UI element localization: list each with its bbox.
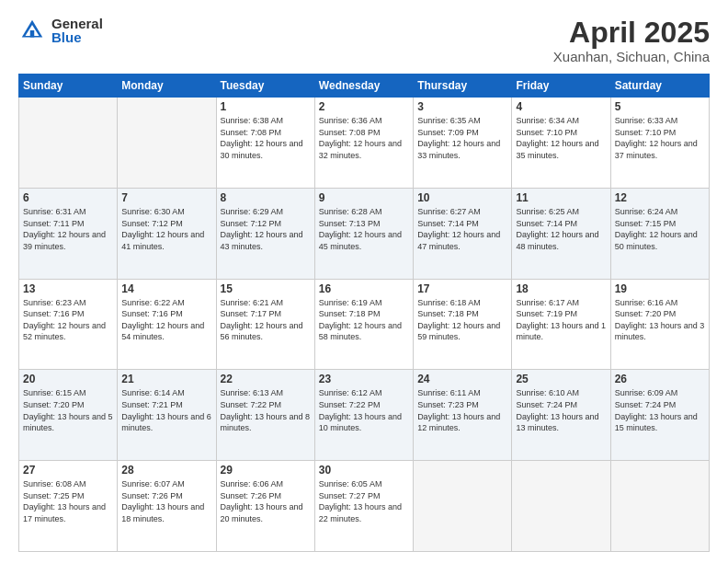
header-wednesday: Wednesday [314,75,413,98]
week-row-4: 20Sunrise: 6:15 AM Sunset: 7:20 PM Dayli… [19,370,710,461]
calendar-cell: 1Sunrise: 6:38 AM Sunset: 7:08 PM Daylig… [216,98,314,189]
calendar-cell: 17Sunrise: 6:18 AM Sunset: 7:18 PM Dayli… [414,279,512,370]
day-number: 25 [516,373,606,385]
calendar-cell: 24Sunrise: 6:11 AM Sunset: 7:23 PM Dayli… [414,370,512,461]
calendar-cell: 22Sunrise: 6:13 AM Sunset: 7:22 PM Dayli… [216,370,314,461]
day-info: Sunrise: 6:23 AM Sunset: 7:16 PM Dayligh… [23,297,113,343]
week-row-3: 13Sunrise: 6:23 AM Sunset: 7:16 PM Dayli… [19,279,710,370]
day-number: 24 [417,373,507,385]
weekday-header-row: Sunday Monday Tuesday Wednesday Thursday… [19,75,710,98]
day-info: Sunrise: 6:24 AM Sunset: 7:15 PM Dayligh… [615,206,705,252]
calendar-cell: 18Sunrise: 6:17 AM Sunset: 7:19 PM Dayli… [512,279,610,370]
day-number: 2 [319,100,409,113]
day-number: 17 [417,282,507,295]
logo-general-text: General [51,17,103,30]
day-info: Sunrise: 6:15 AM Sunset: 7:20 PM Dayligh… [23,387,113,433]
calendar-cell: 28Sunrise: 6:07 AM Sunset: 7:26 PM Dayli… [118,461,216,552]
calendar-cell: 10Sunrise: 6:27 AM Sunset: 7:14 PM Dayli… [414,188,512,279]
day-info: Sunrise: 6:05 AM Sunset: 7:27 PM Dayligh… [319,478,409,524]
day-info: Sunrise: 6:16 AM Sunset: 7:20 PM Dayligh… [615,297,705,343]
day-info: Sunrise: 6:18 AM Sunset: 7:18 PM Dayligh… [417,297,507,343]
day-info: Sunrise: 6:11 AM Sunset: 7:23 PM Dayligh… [417,387,507,433]
day-number: 4 [516,100,606,113]
day-number: 1 [221,100,311,113]
calendar-cell: 29Sunrise: 6:06 AM Sunset: 7:26 PM Dayli… [216,461,314,552]
day-number: 30 [319,464,409,477]
calendar-cell: 7Sunrise: 6:30 AM Sunset: 7:12 PM Daylig… [118,188,216,279]
header-monday: Monday [118,75,216,98]
day-info: Sunrise: 6:19 AM Sunset: 7:18 PM Dayligh… [319,297,409,343]
day-info: Sunrise: 6:36 AM Sunset: 7:08 PM Dayligh… [319,115,409,161]
svg-rect-2 [30,30,35,38]
calendar-cell: 23Sunrise: 6:12 AM Sunset: 7:22 PM Dayli… [314,370,413,461]
day-number: 3 [417,100,507,113]
calendar-cell: 30Sunrise: 6:05 AM Sunset: 7:27 PM Dayli… [314,461,413,552]
day-info: Sunrise: 6:13 AM Sunset: 7:22 PM Dayligh… [221,387,311,433]
header: General Blue April 2025 Xuanhan, Sichuan… [18,17,710,64]
calendar-cell: 16Sunrise: 6:19 AM Sunset: 7:18 PM Dayli… [314,279,413,370]
logo-icon [18,17,46,44]
logo: General Blue [18,17,103,44]
location: Xuanhan, Sichuan, China [553,49,710,64]
header-friday: Friday [512,75,610,98]
day-info: Sunrise: 6:21 AM Sunset: 7:17 PM Dayligh… [221,297,311,343]
day-info: Sunrise: 6:33 AM Sunset: 7:10 PM Dayligh… [615,115,705,161]
header-sunday: Sunday [19,75,118,98]
day-number: 15 [221,282,311,295]
day-number: 7 [121,191,211,204]
week-row-2: 6Sunrise: 6:31 AM Sunset: 7:11 PM Daylig… [19,188,710,279]
calendar-cell: 8Sunrise: 6:29 AM Sunset: 7:12 PM Daylig… [216,188,314,279]
calendar-cell [19,98,118,189]
day-info: Sunrise: 6:07 AM Sunset: 7:26 PM Dayligh… [121,478,211,524]
calendar-cell: 20Sunrise: 6:15 AM Sunset: 7:20 PM Dayli… [19,370,118,461]
calendar-cell [118,98,216,189]
day-number: 14 [121,282,211,295]
day-info: Sunrise: 6:08 AM Sunset: 7:25 PM Dayligh… [23,478,113,524]
day-number: 26 [615,373,705,385]
calendar-cell: 11Sunrise: 6:25 AM Sunset: 7:14 PM Dayli… [512,188,610,279]
calendar-cell: 9Sunrise: 6:28 AM Sunset: 7:13 PM Daylig… [314,188,413,279]
day-number: 21 [121,373,211,385]
day-number: 20 [23,373,113,385]
day-number: 10 [417,191,507,204]
logo-blue-text: Blue [51,30,103,44]
day-number: 28 [121,464,211,477]
day-info: Sunrise: 6:25 AM Sunset: 7:14 PM Dayligh… [516,206,606,252]
day-number: 6 [23,191,113,204]
day-info: Sunrise: 6:30 AM Sunset: 7:12 PM Dayligh… [121,206,211,252]
calendar-cell: 6Sunrise: 6:31 AM Sunset: 7:11 PM Daylig… [19,188,118,279]
day-number: 9 [319,191,409,204]
calendar-cell: 25Sunrise: 6:10 AM Sunset: 7:24 PM Dayli… [512,370,610,461]
calendar-cell [512,461,610,552]
day-info: Sunrise: 6:27 AM Sunset: 7:14 PM Dayligh… [417,206,507,252]
day-info: Sunrise: 6:38 AM Sunset: 7:08 PM Dayligh… [221,115,311,161]
calendar-cell: 26Sunrise: 6:09 AM Sunset: 7:24 PM Dayli… [610,370,709,461]
day-number: 27 [23,464,113,477]
day-number: 29 [221,464,311,477]
header-tuesday: Tuesday [216,75,314,98]
day-number: 12 [615,191,705,204]
day-info: Sunrise: 6:10 AM Sunset: 7:24 PM Dayligh… [516,387,606,433]
calendar-cell: 13Sunrise: 6:23 AM Sunset: 7:16 PM Dayli… [19,279,118,370]
calendar-cell: 4Sunrise: 6:34 AM Sunset: 7:10 PM Daylig… [512,98,610,189]
month-title: April 2025 [553,17,710,49]
calendar-cell: 3Sunrise: 6:35 AM Sunset: 7:09 PM Daylig… [414,98,512,189]
day-info: Sunrise: 6:17 AM Sunset: 7:19 PM Dayligh… [516,297,606,343]
day-info: Sunrise: 6:31 AM Sunset: 7:11 PM Dayligh… [23,206,113,252]
day-number: 16 [319,282,409,295]
calendar-cell [414,461,512,552]
calendar-cell: 19Sunrise: 6:16 AM Sunset: 7:20 PM Dayli… [610,279,709,370]
calendar-cell: 5Sunrise: 6:33 AM Sunset: 7:10 PM Daylig… [610,98,709,189]
day-info: Sunrise: 6:28 AM Sunset: 7:13 PM Dayligh… [319,206,409,252]
day-number: 19 [615,282,705,295]
day-info: Sunrise: 6:14 AM Sunset: 7:21 PM Dayligh… [121,387,211,433]
day-number: 23 [319,373,409,385]
calendar-cell: 15Sunrise: 6:21 AM Sunset: 7:17 PM Dayli… [216,279,314,370]
day-info: Sunrise: 6:22 AM Sunset: 7:16 PM Dayligh… [121,297,211,343]
calendar-cell [610,461,709,552]
day-info: Sunrise: 6:06 AM Sunset: 7:26 PM Dayligh… [221,478,311,524]
day-number: 18 [516,282,606,295]
header-saturday: Saturday [610,75,709,98]
calendar-cell: 14Sunrise: 6:22 AM Sunset: 7:16 PM Dayli… [118,279,216,370]
calendar-table: Sunday Monday Tuesday Wednesday Thursday… [18,74,710,552]
